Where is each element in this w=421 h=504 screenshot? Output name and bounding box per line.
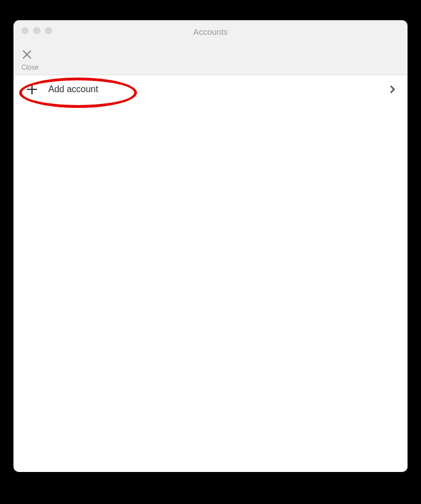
close-button[interactable]: Close: [21, 49, 39, 71]
add-account-label: Add account: [48, 84, 390, 94]
chevron-right-icon: [390, 85, 395, 94]
traffic-light-minimize[interactable]: [33, 27, 40, 34]
traffic-light-zoom[interactable]: [45, 27, 52, 34]
content-area: Add account: [13, 75, 408, 472]
traffic-lights: [21, 27, 52, 34]
plus-icon: [26, 83, 38, 96]
window-title: Accounts: [21, 25, 400, 41]
titlebar: Accounts Close: [13, 20, 408, 75]
close-label: Close: [21, 63, 39, 71]
close-icon: [21, 49, 33, 62]
add-account-row[interactable]: Add account: [13, 75, 408, 103]
traffic-light-close[interactable]: [21, 27, 29, 34]
accounts-window: Accounts Close Add account: [13, 20, 408, 472]
